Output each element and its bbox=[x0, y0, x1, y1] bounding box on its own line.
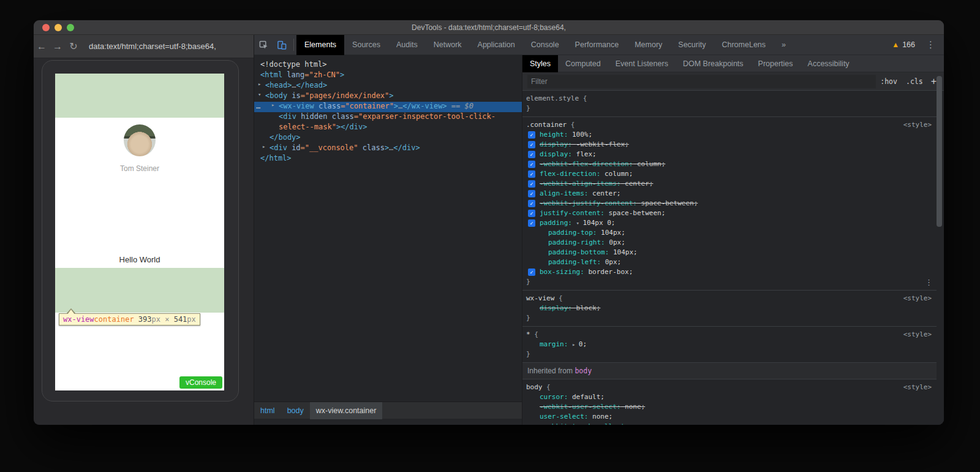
css-property[interactable]: padding-right: 0px; bbox=[526, 238, 932, 248]
breadcrumb-wxviewcontainer[interactable]: wx-view.container bbox=[310, 402, 383, 419]
breadcrumb-html[interactable]: html bbox=[254, 402, 281, 419]
sidebar-tab-computed[interactable]: Computed bbox=[558, 55, 608, 72]
tab-chromelens[interactable]: ChromeLens bbox=[714, 35, 774, 55]
tab-elements[interactable]: Elements bbox=[296, 35, 344, 55]
expand-arrow-icon[interactable]: ▾ bbox=[576, 220, 583, 226]
tab-audits[interactable]: Audits bbox=[388, 35, 426, 55]
tab-performance[interactable]: Performance bbox=[567, 35, 627, 55]
property-checkbox[interactable]: ✓ bbox=[528, 210, 535, 217]
property-checkbox[interactable]: ✓ bbox=[528, 219, 535, 227]
tab-application[interactable]: Application bbox=[470, 35, 523, 55]
css-property[interactable]: ✓justify-content: space-between; bbox=[526, 208, 932, 218]
dom-tree-row[interactable]: ▾<body is="pages/index/index"> bbox=[254, 91, 522, 102]
style-rule: wx-view {<style>display: block;} bbox=[522, 290, 937, 326]
style-origin-link[interactable]: <style> bbox=[903, 294, 932, 303]
css-property[interactable]: padding-left: 0px; bbox=[526, 257, 932, 267]
property-checkbox[interactable]: ✓ bbox=[528, 141, 535, 148]
expand-arrow-icon[interactable]: ▸ bbox=[572, 341, 579, 348]
tab-console[interactable]: Console bbox=[523, 35, 567, 55]
tree-expand-icon[interactable]: ▸ bbox=[262, 143, 265, 150]
css-property[interactable]: ✓display: flex; bbox=[526, 150, 932, 159]
sidebar-tab-styles[interactable]: Styles bbox=[522, 55, 558, 72]
rule-selector[interactable]: wx-view bbox=[526, 294, 554, 302]
property-checkbox[interactable]: ✓ bbox=[528, 151, 535, 158]
hov-toggle[interactable]: :hov bbox=[880, 77, 897, 86]
style-origin-link[interactable]: <style> bbox=[903, 120, 932, 130]
property-checkbox[interactable]: ✓ bbox=[528, 161, 535, 168]
css-property[interactable]: user-select: none; bbox=[526, 412, 932, 422]
reload-icon[interactable]: ↻ bbox=[66, 40, 81, 52]
css-property[interactable]: margin: ▸ 0; bbox=[526, 340, 932, 349]
minimize-window-icon[interactable] bbox=[55, 24, 62, 31]
rule-menu-icon[interactable]: ⋮ bbox=[925, 278, 933, 287]
property-checkbox[interactable]: ✓ bbox=[528, 170, 535, 178]
titlebar[interactable]: DevTools - data:text/html;charset=utf-8;… bbox=[34, 20, 944, 35]
rule-selector[interactable]: * bbox=[526, 330, 530, 338]
error-warning-badge[interactable]: ▲ 166 bbox=[892, 40, 915, 49]
dom-tree-row[interactable]: <!doctype html> bbox=[254, 60, 522, 70]
css-property[interactable]: ✓-webkit-align-items: center; bbox=[526, 179, 932, 189]
zoom-window-icon[interactable] bbox=[67, 24, 74, 31]
url-field[interactable]: data:text/html;charset=utf-8;base64, bbox=[89, 42, 216, 51]
tab-memory[interactable]: Memory bbox=[627, 35, 670, 55]
css-property[interactable]: padding-top: 104px; bbox=[526, 228, 932, 238]
dom-tree-row[interactable]: ▸<div id="__vconsole" class>…</div> bbox=[254, 143, 522, 154]
rule-selector[interactable]: .container bbox=[526, 121, 567, 129]
css-property[interactable]: cursor: default; bbox=[526, 392, 932, 402]
property-checkbox[interactable]: ✓ bbox=[528, 180, 535, 188]
devtools-menu-icon[interactable]: ⋮ bbox=[926, 39, 935, 50]
forward-icon[interactable]: → bbox=[50, 41, 66, 52]
inspect-element-icon[interactable] bbox=[254, 35, 273, 55]
dom-tree-row[interactable]: <div hidden class="exparser-inspector-to… bbox=[254, 112, 522, 123]
css-property[interactable]: ✓box-sizing: border-box; bbox=[526, 267, 932, 277]
css-property[interactable]: display: block; bbox=[526, 303, 932, 313]
style-origin-link[interactable]: <style> bbox=[903, 330, 932, 340]
property-checkbox[interactable]: ✓ bbox=[528, 268, 535, 276]
css-property[interactable]: ✓height: 100%; bbox=[526, 130, 932, 140]
rule-selector[interactable]: element.style bbox=[526, 94, 579, 102]
sidebar-tab-accessibility[interactable]: Accessibility bbox=[801, 55, 857, 72]
css-property[interactable]: -webkit-user-select: none; bbox=[526, 402, 932, 412]
css-property[interactable]: ✓flex-direction: column; bbox=[526, 169, 932, 179]
css-property[interactable]: ✓-webkit-justify-content: space-between; bbox=[526, 199, 932, 208]
dom-tree-row[interactable]: </html> bbox=[254, 154, 522, 164]
style-origin-link[interactable]: <style> bbox=[903, 383, 932, 392]
rule-selector[interactable]: body bbox=[526, 383, 543, 391]
tab-[interactable]: » bbox=[774, 35, 794, 55]
new-style-rule-button[interactable]: + bbox=[931, 76, 937, 87]
close-window-icon[interactable] bbox=[42, 24, 50, 31]
browser-pane: ← → ↻ data:text/html;charset=utf-8;base6… bbox=[34, 35, 254, 425]
dom-tree-row[interactable]: select--mask"></div> bbox=[254, 123, 522, 133]
vconsole-button[interactable]: vConsole bbox=[179, 376, 222, 389]
css-property[interactable]: ✓display: -webkit-flex; bbox=[526, 140, 932, 150]
dom-tree-row[interactable]: <html lang="zh-CN"> bbox=[254, 70, 522, 81]
styles-scrollbar[interactable] bbox=[937, 76, 942, 227]
back-icon[interactable]: ← bbox=[34, 41, 50, 52]
css-property[interactable]: ✓padding: ▾ 104px 0; bbox=[526, 218, 932, 228]
cls-toggle[interactable]: .cls bbox=[906, 77, 923, 86]
breadcrumb-body[interactable]: body bbox=[281, 402, 310, 419]
sidebar-tab-properties[interactable]: Properties bbox=[751, 55, 801, 72]
property-checkbox[interactable]: ✓ bbox=[528, 190, 535, 197]
dom-tree-row[interactable]: …▸<wx-view class="container">…</wx-view>… bbox=[254, 102, 522, 112]
tree-expand-icon[interactable]: ▸ bbox=[258, 81, 261, 87]
tree-expand-icon[interactable]: ▾ bbox=[258, 91, 261, 97]
tab-network[interactable]: Network bbox=[426, 35, 470, 55]
property-checkbox[interactable]: ✓ bbox=[528, 200, 535, 207]
styles-filter-input[interactable] bbox=[527, 75, 876, 88]
tab-sources[interactable]: Sources bbox=[344, 35, 388, 55]
css-property[interactable]: ▲-webkit-touch-callout: none; bbox=[526, 422, 932, 425]
css-property[interactable]: padding-bottom: 104px; bbox=[526, 248, 932, 257]
property-checkbox[interactable]: ✓ bbox=[528, 131, 535, 139]
css-property[interactable]: ✓align-items: center; bbox=[526, 189, 932, 199]
dom-tree-row[interactable]: </body> bbox=[254, 133, 522, 143]
css-property[interactable]: ✓-webkit-flex-direction: column; bbox=[526, 159, 932, 169]
sidebar-tab-dombreakpoints[interactable]: DOM Breakpoints bbox=[676, 55, 751, 72]
device-toolbar-icon[interactable] bbox=[273, 35, 291, 55]
tab-security[interactable]: Security bbox=[670, 35, 714, 55]
dom-tree-row[interactable]: ▸<head>…</head> bbox=[254, 81, 522, 91]
inherited-from-link[interactable]: body bbox=[575, 367, 592, 375]
sidebar-tab-eventlisteners[interactable]: Event Listeners bbox=[608, 55, 676, 72]
rule-header: * { bbox=[526, 330, 932, 340]
tree-expand-icon[interactable]: ▸ bbox=[271, 102, 274, 108]
